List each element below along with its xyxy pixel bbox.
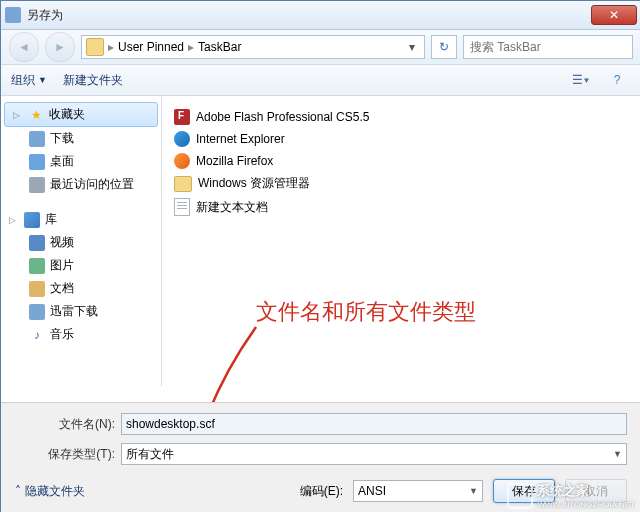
star-icon: ★: [28, 107, 44, 123]
chevron-down-icon: ▼: [469, 486, 478, 496]
filetype-label: 保存类型(T):: [15, 446, 115, 463]
folder-icon: [86, 38, 104, 56]
refresh-button[interactable]: ↻: [431, 35, 457, 59]
search-box[interactable]: [463, 35, 633, 59]
navbar: ◄ ► ▸ User Pinned ▸ TaskBar ▾ ↻: [1, 30, 640, 65]
sidebar-item-pictures[interactable]: 图片: [1, 254, 161, 277]
ie-icon: [174, 131, 190, 147]
sidebar-item-label: 下载: [50, 130, 74, 147]
sidebar-libraries[interactable]: ▷ 库: [1, 208, 161, 231]
text-file-icon: [174, 198, 190, 216]
watermark: 系统之家 WWW.XITONGZHIJIA.NET: [507, 482, 635, 509]
file-name: Windows 资源管理器: [198, 175, 310, 192]
breadcrumb[interactable]: ▸ User Pinned ▸ TaskBar ▾: [81, 35, 425, 59]
firefox-icon: [174, 153, 190, 169]
encoding-combo[interactable]: ANSI ▼: [353, 480, 483, 502]
window-title: 另存为: [27, 7, 591, 24]
breadcrumb-segment[interactable]: TaskBar: [198, 40, 241, 54]
list-item[interactable]: Windows 资源管理器: [174, 172, 629, 195]
view-options-button[interactable]: ☰ ▼: [567, 69, 595, 91]
file-list: Adobe Flash Professional CS5.5 Internet …: [162, 96, 640, 386]
sidebar-item-label: 最近访问的位置: [50, 176, 134, 193]
expander-icon[interactable]: ▷: [9, 215, 19, 225]
sidebar-item-label: 图片: [50, 257, 74, 274]
explorer-icon: [174, 176, 192, 192]
desktop-icon: [29, 154, 45, 170]
sidebar-item-label: 库: [45, 211, 57, 228]
filename-label: 文件名(N):: [15, 416, 115, 433]
sidebar-item-music[interactable]: ♪音乐: [1, 323, 161, 346]
chevron-up-icon: ˄: [15, 484, 21, 498]
sidebar-item-documents[interactable]: 文档: [1, 277, 161, 300]
picture-icon: [29, 258, 45, 274]
app-icon: [5, 7, 21, 23]
sidebar-item-recent[interactable]: 最近访问的位置: [1, 173, 161, 196]
file-name: 新建文本文档: [196, 199, 268, 216]
download-icon: [29, 131, 45, 147]
sidebar-item-label: 音乐: [50, 326, 74, 343]
sidebar-item-label: 文档: [50, 280, 74, 297]
sidebar-item-thunder[interactable]: 迅雷下载: [1, 300, 161, 323]
sidebar-item-label: 视频: [50, 234, 74, 251]
new-folder-button[interactable]: 新建文件夹: [63, 72, 123, 89]
download-icon: [29, 304, 45, 320]
combo-value: 所有文件: [126, 446, 174, 463]
breadcrumb-dropdown[interactable]: ▾: [404, 40, 420, 54]
sidebar: ▷ ★ 收藏夹 下载 桌面 最近访问的位置 ▷ 库 视频 图片 文档 迅雷下载 …: [1, 96, 162, 386]
organize-menu[interactable]: 组织 ▼: [11, 72, 47, 89]
file-name: Mozilla Firefox: [196, 154, 273, 168]
chevron-right-icon: ▸: [108, 40, 114, 54]
filename-input[interactable]: [121, 413, 627, 435]
close-button[interactable]: ✕: [591, 5, 637, 25]
sidebar-item-videos[interactable]: 视频: [1, 231, 161, 254]
file-name: Internet Explorer: [196, 132, 285, 146]
breadcrumb-segment[interactable]: User Pinned: [118, 40, 184, 54]
expander-icon[interactable]: ▷: [13, 110, 23, 120]
forward-button[interactable]: ►: [45, 32, 75, 62]
sidebar-item-label: 收藏夹: [49, 106, 85, 123]
list-item[interactable]: Adobe Flash Professional CS5.5: [174, 106, 629, 128]
music-icon: ♪: [29, 327, 45, 343]
search-input[interactable]: [468, 39, 628, 55]
watermark-icon: [507, 483, 533, 509]
chevron-down-icon: ▼: [613, 449, 622, 459]
back-button[interactable]: ◄: [9, 32, 39, 62]
list-item[interactable]: Mozilla Firefox: [174, 150, 629, 172]
filetype-combo[interactable]: 所有文件 ▼: [121, 443, 627, 465]
file-name: Adobe Flash Professional CS5.5: [196, 110, 369, 124]
document-icon: [29, 281, 45, 297]
toolbar: 组织 ▼ 新建文件夹 ☰ ▼ ?: [1, 65, 640, 96]
sidebar-item-downloads[interactable]: 下载: [1, 127, 161, 150]
sidebar-item-desktop[interactable]: 桌面: [1, 150, 161, 173]
sidebar-item-label: 桌面: [50, 153, 74, 170]
sidebar-favorites[interactable]: ▷ ★ 收藏夹: [4, 102, 158, 127]
recent-icon: [29, 177, 45, 193]
hide-folders-toggle[interactable]: ˄隐藏文件夹: [15, 483, 85, 500]
list-item[interactable]: 新建文本文档: [174, 195, 629, 219]
video-icon: [29, 235, 45, 251]
titlebar: 另存为 ✕: [1, 1, 640, 30]
chevron-right-icon: ▸: [188, 40, 194, 54]
encoding-label: 编码(E):: [300, 483, 343, 500]
flash-icon: [174, 109, 190, 125]
library-icon: [24, 212, 40, 228]
help-button[interactable]: ?: [603, 69, 631, 91]
list-item[interactable]: Internet Explorer: [174, 128, 629, 150]
combo-value: ANSI: [358, 484, 386, 498]
sidebar-item-label: 迅雷下载: [50, 303, 98, 320]
